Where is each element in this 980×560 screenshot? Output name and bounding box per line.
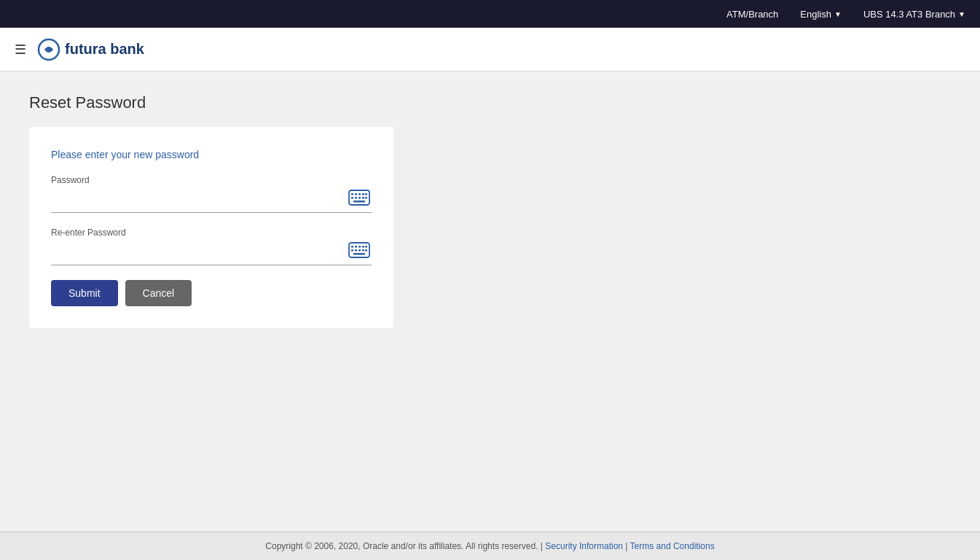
top-bar: ATM/Branch English ▼ UBS 14.3 AT3 Branch… xyxy=(0,0,980,28)
password-label: Password xyxy=(51,175,372,185)
security-information-link[interactable]: Security Information xyxy=(545,541,623,551)
svg-rect-20 xyxy=(355,249,357,252)
reenter-keyboard-icon xyxy=(348,242,370,258)
language-selector[interactable]: English ▼ xyxy=(800,9,842,20)
footer: Copyright © 2006, 2020, Oracle and/or it… xyxy=(0,532,980,560)
svg-rect-14 xyxy=(351,246,353,248)
logo-text: futura bank xyxy=(65,41,144,58)
svg-rect-17 xyxy=(362,246,364,248)
svg-rect-21 xyxy=(358,249,361,252)
main-content: Reset Password Please enter your new pas… xyxy=(0,71,980,532)
branch-label: UBS 14.3 AT3 Branch xyxy=(863,9,955,20)
logo-icon xyxy=(37,38,60,61)
password-input[interactable] xyxy=(51,190,347,208)
language-label: English xyxy=(800,9,831,20)
svg-rect-9 xyxy=(358,197,361,199)
branch-selector[interactable]: UBS 14.3 AT3 Branch ▼ xyxy=(863,9,965,20)
reenter-password-input-wrapper xyxy=(51,241,372,265)
card-description: Please enter your new password xyxy=(51,149,372,160)
svg-rect-4 xyxy=(358,193,361,195)
svg-rect-12 xyxy=(353,201,365,203)
svg-rect-3 xyxy=(355,193,357,195)
svg-rect-10 xyxy=(362,197,364,199)
svg-rect-11 xyxy=(365,197,367,199)
svg-rect-7 xyxy=(351,197,353,199)
svg-rect-18 xyxy=(365,246,367,248)
svg-rect-19 xyxy=(351,249,353,252)
svg-rect-24 xyxy=(353,253,365,255)
password-keyboard-button[interactable] xyxy=(347,188,372,209)
page-title: Reset Password xyxy=(29,93,951,112)
svg-rect-16 xyxy=(358,246,361,248)
language-chevron-icon: ▼ xyxy=(834,10,842,18)
svg-rect-5 xyxy=(362,193,364,195)
password-input-wrapper xyxy=(51,188,372,213)
reenter-keyboard-button[interactable] xyxy=(347,241,372,262)
svg-rect-6 xyxy=(365,193,367,195)
atm-branch-link[interactable]: ATM/Branch xyxy=(726,9,778,20)
svg-rect-2 xyxy=(351,193,353,195)
atm-branch-label: ATM/Branch xyxy=(726,9,778,20)
cancel-button[interactable]: Cancel xyxy=(125,280,192,306)
reenter-password-label: Re-enter Password xyxy=(51,228,372,238)
password-group: Password xyxy=(51,175,372,213)
terms-conditions-link[interactable]: Terms and Conditions xyxy=(630,541,715,551)
logo: futura bank xyxy=(37,38,144,61)
header: ☰ futura bank xyxy=(0,28,980,71)
footer-separator: | xyxy=(625,541,627,551)
svg-rect-22 xyxy=(362,249,364,252)
reenter-password-group: Re-enter Password xyxy=(51,228,372,265)
svg-rect-15 xyxy=(355,246,357,248)
reset-password-card: Please enter your new password Password xyxy=(29,127,393,328)
keyboard-icon xyxy=(348,190,370,206)
footer-copyright: Copyright © 2006, 2020, Oracle and/or it… xyxy=(265,541,543,551)
button-row: Submit Cancel xyxy=(51,280,372,306)
hamburger-menu-icon[interactable]: ☰ xyxy=(15,42,26,58)
svg-rect-8 xyxy=(355,197,357,199)
submit-button[interactable]: Submit xyxy=(51,280,118,306)
branch-chevron-icon: ▼ xyxy=(958,10,965,18)
reenter-password-input[interactable] xyxy=(51,243,347,260)
svg-rect-23 xyxy=(365,249,367,252)
